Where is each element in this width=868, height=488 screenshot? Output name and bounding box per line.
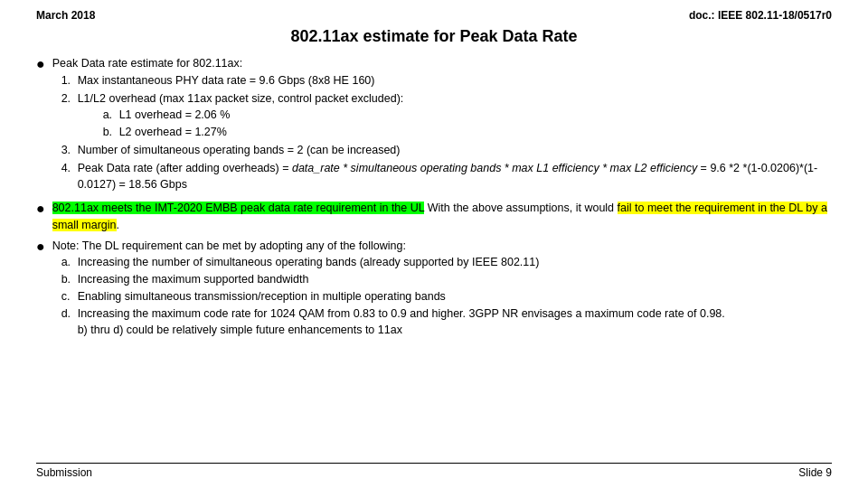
alpha-text: L2 overhead = 1.27%	[119, 124, 227, 141]
list-num: 2.	[61, 90, 78, 141]
list-item: a. L1 overhead = 2.06 %	[103, 107, 404, 124]
list-item: 3. Number of simultaneous operating band…	[61, 142, 832, 159]
alpha-label: b.	[103, 124, 119, 141]
list-text: Number of simultaneous operating bands =…	[78, 142, 401, 159]
alpha-list: a. L1 overhead = 2.06 % b. L2 overhead =…	[103, 107, 404, 141]
list-num: 3.	[61, 142, 78, 159]
alpha-text: Increasing the maximum supported bandwid…	[78, 271, 309, 288]
bullet3-content: Note: The DL requirement can be met by a…	[52, 238, 832, 340]
alpha-label: a.	[103, 107, 119, 124]
header-right: doc.: IEEE 802.11-18/0517r0	[689, 9, 832, 22]
list-item: c. Enabling simultaneous transmission/re…	[61, 288, 832, 305]
alpha-label: c.	[61, 288, 78, 305]
list-item: b. Increasing the maximum supported band…	[61, 271, 832, 288]
list-item: 1. Max instantaneous PHY data rate = 9.6…	[61, 72, 832, 89]
content-area: ● Peak Data rate estimate for 802.11ax: …	[36, 55, 832, 459]
alpha-label	[61, 322, 78, 339]
list-item: ● Note: The DL requirement can be met by…	[36, 238, 832, 340]
bullet1-text: Peak Data rate estimate for 802.11ax:	[52, 57, 243, 70]
header-left: March 2018	[36, 9, 95, 22]
bullet-dot: ●	[36, 238, 45, 257]
list-text: Peak Data rate (after adding overheads) …	[78, 160, 832, 194]
list-text: L1/L2 overhead (max 11ax packet size, co…	[78, 92, 404, 105]
page-title: 802.11ax estimate for Peak Data Rate	[36, 27, 832, 46]
bullet2-content: 802.11ax meets the IMT-2020 EMBB peak da…	[52, 200, 832, 234]
alpha-label: d.	[61, 305, 78, 323]
footer: Submission Slide 9	[36, 463, 832, 479]
list-item: ● Peak Data rate estimate for 802.11ax: …	[36, 55, 832, 194]
alpha-text: Increasing the number of simultaneous op…	[78, 254, 540, 271]
list-item: b. L2 overhead = 1.27%	[103, 124, 404, 141]
list-item: 4. Peak Data rate (after adding overhead…	[61, 160, 832, 194]
page: March 2018 doc.: IEEE 802.11-18/0517r0 8…	[0, 0, 868, 488]
header: March 2018 doc.: IEEE 802.11-18/0517r0	[36, 9, 832, 22]
italic-text: data_rate * simultaneous operating bands…	[292, 162, 697, 174]
normal-text: With the above assumptions, it would	[424, 202, 617, 214]
alpha-text: L1 overhead = 2.06 %	[119, 107, 231, 124]
list-num: 4.	[61, 160, 78, 194]
bullet3-text: Note: The DL requirement can be met by a…	[52, 239, 406, 252]
alpha-list: a. Increasing the number of simultaneous…	[61, 254, 832, 339]
numbered-list: 1. Max instantaneous PHY data rate = 9.6…	[61, 72, 832, 193]
period-text: .	[117, 219, 119, 231]
bullet-dot: ●	[36, 200, 45, 219]
alpha-text: Increasing the maximum code rate for 102…	[78, 305, 725, 323]
highlight-green-text: 802.11ax meets the IMT-2020 EMBB peak da…	[52, 202, 425, 214]
list-text: Max instantaneous PHY data rate = 9.6 Gb…	[78, 72, 375, 89]
list-item: ● 802.11ax meets the IMT-2020 EMBB peak …	[36, 200, 832, 234]
list-item: b) thru d) could be relatively simple fu…	[61, 322, 832, 339]
footer-left: Submission	[36, 466, 92, 479]
alpha-text: b) thru d) could be relatively simple fu…	[78, 322, 402, 339]
list-item: 2. L1/L2 overhead (max 11ax packet size,…	[61, 90, 832, 141]
list-item: d. Increasing the maximum code rate for …	[61, 305, 832, 323]
alpha-label: a.	[61, 254, 78, 271]
bullet-content: Peak Data rate estimate for 802.11ax: 1.…	[52, 55, 832, 194]
list-content: L1/L2 overhead (max 11ax packet size, co…	[78, 90, 404, 141]
alpha-text: Enabling simultaneous transmission/recep…	[78, 288, 446, 305]
list-item: a. Increasing the number of simultaneous…	[61, 254, 832, 271]
bullet-dot: ●	[36, 55, 45, 74]
footer-right: Slide 9	[798, 466, 832, 479]
alpha-label: b.	[61, 271, 78, 288]
list-num: 1.	[61, 72, 78, 89]
